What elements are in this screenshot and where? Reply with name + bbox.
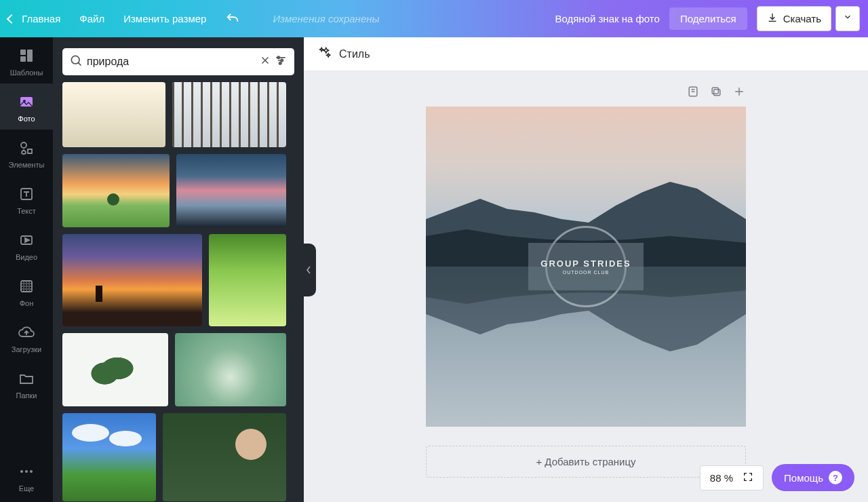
left-rail: Шаблоны Фото Элементы Текст Видео	[0, 37, 53, 502]
style-bar: Стиль	[304, 37, 868, 71]
elements-icon	[18, 139, 35, 157]
svg-rect-17	[714, 90, 720, 96]
svg-rect-2	[20, 56, 26, 62]
logo-text: GROUP STRIDES	[540, 258, 631, 269]
filter-button[interactable]	[274, 54, 288, 70]
bottom-controls: 88 % Помощь ?	[700, 464, 854, 491]
rail-folders-label: Папки	[16, 391, 37, 400]
file-menu[interactable]: Файл	[79, 13, 104, 24]
close-icon	[259, 54, 271, 66]
rail-elements-label: Элементы	[9, 161, 45, 169]
templates-icon	[18, 47, 35, 64]
rail-templates[interactable]: Шаблоны	[0, 37, 53, 83]
logo-subtext: OUTDOOR CLUB	[563, 270, 609, 275]
svg-rect-0	[20, 50, 26, 55]
rail-uploads[interactable]: Загрузки	[0, 314, 53, 360]
main-area: Шаблоны Фото Элементы Текст Видео	[0, 37, 868, 502]
style-icon	[319, 46, 332, 62]
undo-icon	[225, 12, 240, 26]
rail-text[interactable]: Текст	[0, 176, 53, 222]
photo-thumb[interactable]	[175, 333, 286, 406]
svg-point-5	[21, 142, 26, 148]
undo-button[interactable]	[225, 12, 240, 26]
download-group: Скачать	[757, 6, 860, 31]
more-icon	[18, 463, 35, 480]
watermark-link[interactable]: Водяной знак на фото	[555, 13, 660, 24]
chevron-down-icon	[843, 12, 852, 22]
download-button[interactable]: Скачать	[757, 6, 831, 31]
svg-point-10	[25, 470, 28, 473]
rail-more[interactable]: Еще	[0, 453, 53, 502]
photo-thumb[interactable]	[62, 333, 168, 406]
photo-thumb[interactable]	[62, 82, 165, 147]
photo-thumb[interactable]	[209, 234, 286, 326]
rail-video-label: Видео	[16, 253, 37, 261]
notes-icon	[686, 85, 700, 98]
rail-text-label: Текст	[17, 207, 36, 215]
copy-icon	[709, 85, 723, 98]
home-button[interactable]: Главная	[8, 13, 60, 24]
search-input[interactable]	[83, 56, 256, 68]
photo-thumb[interactable]	[163, 413, 286, 501]
plus-icon	[732, 85, 746, 98]
svg-point-11	[30, 470, 33, 473]
notes-button[interactable]	[686, 85, 700, 101]
download-options-button[interactable]	[835, 6, 860, 31]
photos-icon	[18, 93, 35, 111]
canvas-page[interactable]: GROUP STRIDES OUTDOOR CLUB	[426, 107, 746, 427]
uploads-icon	[18, 324, 35, 341]
page-tools	[426, 85, 746, 101]
rail-background[interactable]: Фон	[0, 268, 53, 314]
share-button[interactable]: Поделиться	[669, 7, 747, 30]
svg-point-9	[20, 470, 23, 473]
background-icon	[18, 277, 35, 295]
rail-uploads-label: Загрузки	[12, 345, 41, 353]
video-icon	[18, 231, 35, 249]
fullscreen-icon	[743, 471, 753, 482]
svg-rect-18	[712, 88, 718, 94]
rail-photos-label: Фото	[18, 115, 35, 123]
logo-badge[interactable]: GROUP STRIDES OUTDOOR CLUB	[528, 243, 644, 290]
rail-background-label: Фон	[20, 299, 34, 307]
top-left-group: Главная Файл Изменить размер Изменения с…	[8, 12, 380, 26]
rail-video[interactable]: Видео	[0, 222, 53, 268]
photo-thumb[interactable]	[62, 413, 156, 501]
rail-more-label: Еще	[19, 484, 34, 493]
download-icon	[767, 12, 778, 25]
duplicate-page-button[interactable]	[709, 85, 723, 101]
photo-thumb[interactable]	[62, 154, 170, 227]
rail-photos[interactable]: Фото	[0, 83, 53, 130]
top-right-group: Водяной знак на фото Поделиться Скачать	[555, 6, 860, 31]
photo-thumb[interactable]	[62, 234, 202, 326]
save-status: Изменения сохранены	[273, 13, 379, 24]
search-box	[62, 48, 294, 75]
canvas-scroll: GROUP STRIDES OUTDOOR CLUB + Добавить ст…	[304, 71, 868, 502]
rail-elements[interactable]: Элементы	[0, 130, 53, 176]
top-toolbar: Главная Файл Изменить размер Изменения с…	[0, 0, 868, 37]
clear-search-button[interactable]	[259, 54, 271, 69]
photo-thumb[interactable]	[176, 154, 286, 227]
add-page-icon-button[interactable]	[732, 85, 746, 101]
svg-rect-1	[27, 50, 33, 62]
photo-thumb[interactable]	[172, 82, 286, 147]
search-row	[53, 37, 304, 82]
canvas-area: Стиль	[304, 37, 868, 502]
help-icon: ?	[829, 471, 842, 484]
text-icon	[18, 185, 35, 203]
chevron-left-icon	[7, 14, 16, 24]
zoom-value: 88 %	[710, 472, 733, 484]
style-label[interactable]: Стиль	[339, 48, 370, 60]
folders-icon	[18, 370, 35, 387]
resize-menu[interactable]: Изменить размер	[123, 13, 206, 24]
zoom-control[interactable]: 88 %	[700, 465, 764, 490]
photos-panel	[53, 37, 304, 502]
search-icon	[69, 54, 83, 70]
help-label: Помощь	[784, 472, 823, 484]
home-label: Главная	[22, 13, 60, 24]
fullscreen-button[interactable]	[743, 471, 753, 484]
rail-templates-label: Шаблоны	[10, 69, 43, 77]
help-button[interactable]: Помощь ?	[772, 464, 854, 491]
filter-icon	[274, 54, 288, 67]
rail-folders[interactable]: Папки	[0, 360, 53, 406]
add-page-button[interactable]: + Добавить страницу	[426, 446, 746, 478]
